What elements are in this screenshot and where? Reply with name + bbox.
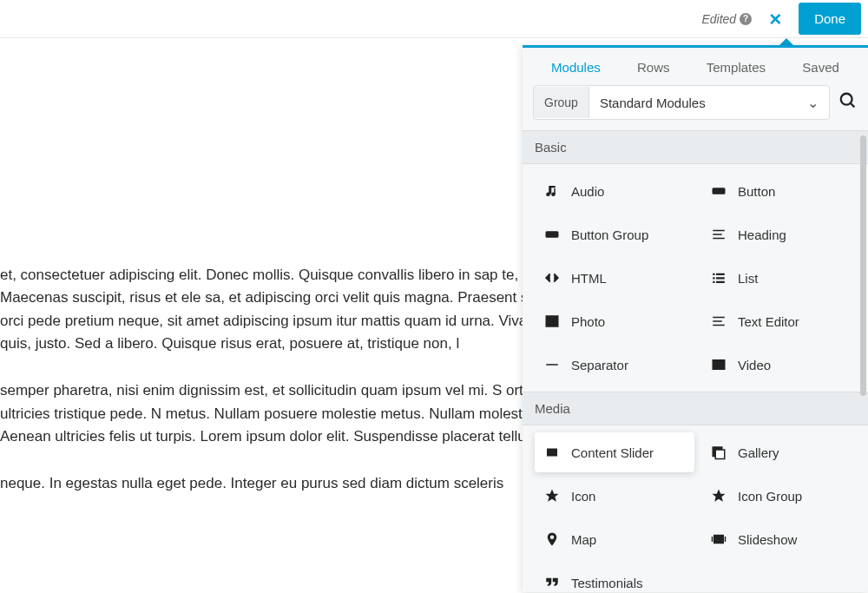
svg-rect-4 xyxy=(713,230,725,232)
svg-rect-7 xyxy=(713,273,714,275)
group-select[interactable]: Group Standard Modules ⌄ xyxy=(533,85,830,120)
photo-icon xyxy=(543,313,561,329)
module-label: Video xyxy=(738,358,771,372)
close-icon[interactable]: × xyxy=(762,3,788,35)
modules-panel: Modules Rows Templates Saved Group Stand… xyxy=(523,45,868,592)
video-icon xyxy=(710,357,727,372)
module-label: Icon xyxy=(571,489,595,504)
module-gallery[interactable]: Gallery xyxy=(701,432,861,472)
module-label: Audio xyxy=(571,184,604,199)
module-button[interactable]: Button xyxy=(701,171,861,211)
module-label: Slideshow xyxy=(738,532,797,547)
module-testimonials[interactable]: Testimonials xyxy=(535,563,694,592)
svg-rect-20 xyxy=(548,449,557,456)
svg-rect-14 xyxy=(713,317,725,319)
svg-rect-6 xyxy=(713,238,725,240)
star-icon xyxy=(543,488,561,504)
chevron-down-icon: ⌄ xyxy=(807,95,829,111)
module-button-group[interactable]: Button Group xyxy=(535,214,694,254)
gallery-icon xyxy=(710,445,727,460)
tab-modules[interactable]: Modules xyxy=(551,60,601,75)
svg-point-0 xyxy=(841,94,852,105)
module-label: Button xyxy=(738,184,775,199)
svg-rect-10 xyxy=(716,277,725,279)
module-label: Button Group xyxy=(571,227,648,242)
tab-rows[interactable]: Rows xyxy=(637,60,670,75)
code-icon xyxy=(543,270,561,286)
heading-icon xyxy=(710,227,727,242)
scrollbar-thumb[interactable] xyxy=(860,135,866,396)
tab-templates[interactable]: Templates xyxy=(707,60,766,75)
help-icon[interactable]: ? xyxy=(740,13,752,25)
svg-rect-9 xyxy=(713,277,714,279)
module-text-editor[interactable]: Text Editor xyxy=(701,301,861,341)
search-icon[interactable] xyxy=(838,91,858,114)
module-label: Photo xyxy=(571,314,605,329)
slideshow-icon xyxy=(710,531,727,547)
module-photo[interactable]: Photo xyxy=(535,301,694,341)
panel-pointer xyxy=(779,38,793,45)
filter-row: Group Standard Modules ⌄ xyxy=(523,85,868,130)
module-icon[interactable]: Icon xyxy=(535,476,694,516)
svg-rect-12 xyxy=(716,281,725,283)
module-scroll-area[interactable]: Basic Audio Button Button Group Heading xyxy=(523,130,868,592)
module-video[interactable]: Video xyxy=(701,345,861,385)
module-label: Testimonials xyxy=(571,576,643,590)
svg-marker-26 xyxy=(713,490,726,502)
module-list[interactable]: List xyxy=(701,258,861,298)
module-label: Separator xyxy=(571,358,628,372)
module-label: Heading xyxy=(738,227,786,242)
module-map[interactable]: Map xyxy=(535,519,694,559)
module-label: Icon Group xyxy=(738,489,802,504)
svg-rect-8 xyxy=(716,273,725,275)
tab-saved[interactable]: Saved xyxy=(802,60,839,75)
group-prefix-label: Group xyxy=(534,87,589,118)
topbar: Edited ? × Done xyxy=(0,0,868,38)
module-icon-group[interactable]: Icon Group xyxy=(701,476,861,516)
svg-rect-15 xyxy=(713,320,722,322)
text-editor-icon xyxy=(710,313,727,329)
star-icon xyxy=(710,488,727,504)
edited-status: Edited ? xyxy=(701,12,752,26)
done-button[interactable]: Done xyxy=(799,3,861,35)
module-label: Text Editor xyxy=(738,314,799,329)
svg-rect-24 xyxy=(715,450,725,459)
svg-line-1 xyxy=(851,103,855,108)
module-label: List xyxy=(738,271,758,286)
svg-rect-3 xyxy=(546,232,558,237)
module-label: Gallery xyxy=(738,445,779,460)
module-slideshow[interactable]: Slideshow xyxy=(701,519,861,559)
svg-rect-5 xyxy=(713,234,722,235)
module-label: Content Slider xyxy=(571,445,654,460)
group-value: Standard Modules xyxy=(589,87,807,119)
music-note-icon xyxy=(543,183,561,199)
svg-rect-11 xyxy=(713,281,714,283)
button-icon xyxy=(710,183,727,199)
module-label: Map xyxy=(571,532,596,547)
separator-icon xyxy=(543,357,561,372)
quote-icon xyxy=(543,575,561,590)
slider-icon xyxy=(543,445,561,460)
list-icon xyxy=(710,270,727,286)
module-separator[interactable]: Separator xyxy=(535,345,694,385)
panel-tabs: Modules Rows Templates Saved xyxy=(523,48,868,85)
edited-label: Edited xyxy=(701,12,736,26)
map-pin-icon xyxy=(543,531,561,547)
section-media: Media xyxy=(523,392,868,425)
module-content-slider[interactable]: Content Slider xyxy=(535,432,694,472)
module-audio[interactable]: Audio xyxy=(535,171,694,211)
svg-rect-16 xyxy=(713,325,725,326)
svg-rect-17 xyxy=(546,364,558,366)
module-html[interactable]: HTML xyxy=(535,258,694,298)
svg-rect-2 xyxy=(713,188,725,194)
module-label: HTML xyxy=(571,271,607,286)
svg-rect-27 xyxy=(714,536,724,544)
svg-marker-25 xyxy=(546,490,559,502)
section-basic: Basic xyxy=(523,130,868,164)
button-group-icon xyxy=(543,227,561,242)
module-heading[interactable]: Heading xyxy=(701,214,861,254)
